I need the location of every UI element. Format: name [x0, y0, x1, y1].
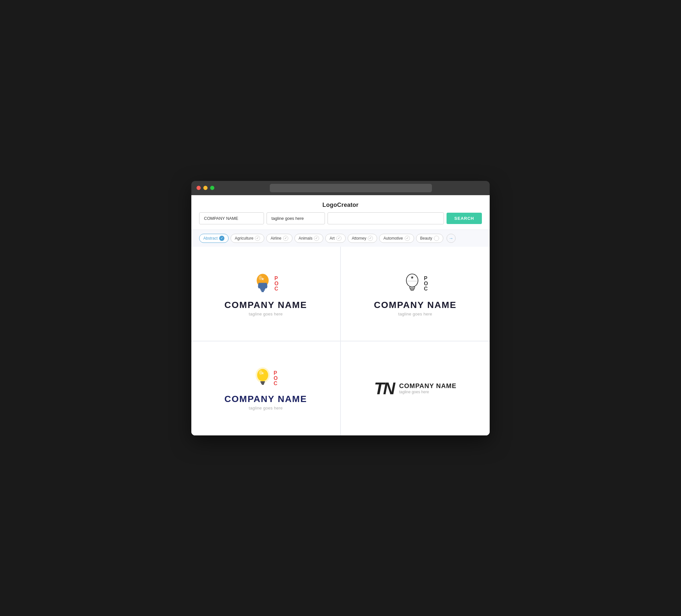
tn-text-block: COMPANY NAME tagline goes here — [399, 382, 457, 394]
svg-rect-16 — [261, 383, 264, 384]
logo-symbol-3: P O C — [254, 366, 278, 391]
tagline-2: tagline goes here — [398, 312, 432, 316]
yellow-bulb-icon — [254, 366, 272, 391]
check-icon-art: ✓ — [336, 236, 342, 241]
app-title-text: LogoCreator — [322, 202, 358, 208]
poc-letters-3: P O C — [274, 370, 278, 386]
filter-chip-agriculture[interactable]: Agriculture ✓ — [231, 234, 264, 243]
logo-card-inner-4: TN COMPANY NAME tagline goes here — [374, 380, 456, 397]
logo-card-4[interactable]: TN COMPANY NAME tagline goes here — [341, 341, 490, 435]
company-name-1: COMPANY NAME — [224, 300, 307, 310]
close-button[interactable] — [197, 186, 201, 190]
poc-o-2: O — [424, 281, 428, 286]
search-button[interactable]: SEARCH — [447, 213, 482, 224]
address-bar[interactable] — [270, 184, 432, 192]
poc-o-1: O — [274, 281, 278, 286]
check-icon-agriculture: ✓ — [255, 236, 260, 241]
tagline-4: tagline goes here — [399, 390, 457, 394]
check-icon-animals: ✓ — [314, 236, 319, 241]
keyword-input[interactable] — [328, 212, 444, 224]
poc-p-1: P — [274, 276, 278, 281]
filter-chip-beauty[interactable]: Beauty — [416, 234, 443, 243]
logo-symbol-1: P O C — [253, 271, 278, 297]
filter-chip-airline[interactable]: Airline ✓ — [266, 234, 292, 243]
poc-c-2: C — [424, 286, 428, 291]
poc-letters-1: P O C — [274, 276, 278, 291]
maximize-button[interactable] — [210, 186, 215, 190]
logo-card-1[interactable]: P O C COMPANY NAME tagline goes here — [191, 247, 340, 341]
svg-rect-15 — [260, 381, 265, 383]
filter-bar: Abstract ✓ Agriculture ✓ Airline ✓ Anima… — [191, 230, 490, 247]
logo-symbol-2: P O C — [402, 271, 428, 297]
tn-logo: TN COMPANY NAME tagline goes here — [374, 380, 456, 397]
browser-titlebar — [191, 181, 490, 195]
svg-rect-3 — [260, 288, 265, 289]
filter-label-automotive: Automotive — [383, 236, 403, 240]
filter-label-agriculture: Agriculture — [235, 236, 253, 240]
colored-bulb-icon — [253, 271, 272, 297]
filter-chip-attorney[interactable]: Attorney ✓ — [348, 234, 377, 243]
poc-letters-2: P O C — [424, 276, 428, 291]
poc-o-3: O — [274, 376, 278, 381]
svg-point-14 — [259, 370, 262, 375]
svg-rect-9 — [411, 289, 413, 290]
logo-card-inner-2: P O C COMPANY NAME tagline goes here — [374, 271, 457, 316]
logo-card-3[interactable]: P O C COMPANY NAME tagline goes here — [191, 341, 340, 435]
svg-rect-4 — [261, 289, 264, 291]
filter-chip-art[interactable]: Art ✓ — [325, 234, 345, 243]
minimize-button[interactable] — [203, 186, 207, 190]
logo-card-inner-1: P O C COMPANY NAME tagline goes here — [224, 271, 307, 316]
poc-p-2: P — [424, 276, 428, 281]
tagline-input[interactable] — [267, 212, 325, 224]
logo-card-inner-3: P O C COMPANY NAME tagline goes here — [224, 366, 307, 410]
filter-label-beauty: Beauty — [420, 236, 432, 240]
company-name-input[interactable] — [199, 212, 264, 224]
company-name-4: COMPANY NAME — [399, 382, 457, 390]
svg-marker-10 — [410, 276, 414, 279]
app-title: LogoCreator — [191, 195, 490, 212]
svg-point-1 — [259, 276, 262, 280]
filter-label-abstract: Abstract — [203, 236, 218, 240]
browser-window: LogoCreator SEARCH Abstract ✓ Agricultur… — [191, 181, 490, 435]
check-icon-attorney: ✓ — [368, 236, 373, 241]
svg-rect-5 — [261, 291, 264, 292]
svg-point-13 — [257, 369, 268, 381]
logo-card-2[interactable]: P O C COMPANY NAME tagline goes here — [341, 247, 490, 341]
tagline-3: tagline goes here — [249, 406, 283, 410]
filter-label-art: Art — [329, 236, 334, 240]
poc-c-1: C — [274, 286, 278, 291]
search-bar: SEARCH — [191, 212, 490, 230]
filter-label-animals: Animals — [299, 236, 312, 240]
svg-rect-17 — [262, 384, 264, 385]
poc-c-3: C — [274, 381, 278, 386]
company-name-3: COMPANY NAME — [224, 394, 307, 404]
outline-bulb-icon — [402, 271, 422, 297]
filter-chip-abstract[interactable]: Abstract ✓ — [199, 234, 229, 243]
logo-grid: P O C COMPANY NAME tagline goes here — [191, 247, 490, 435]
app-content: LogoCreator SEARCH Abstract ✓ Agricultur… — [191, 195, 490, 435]
filter-chip-animals[interactable]: Animals ✓ — [295, 234, 324, 243]
filter-label-attorney: Attorney — [352, 236, 367, 240]
company-name-2: COMPANY NAME — [374, 300, 457, 310]
check-icon-abstract: ✓ — [219, 236, 224, 241]
check-icon-airline: ✓ — [283, 236, 288, 241]
filter-label-airline: Airline — [271, 236, 281, 240]
tagline-1: tagline goes here — [249, 312, 283, 316]
poc-p-3: P — [274, 370, 278, 376]
filter-chip-automotive[interactable]: Automotive ✓ — [379, 234, 414, 243]
check-icon-automotive: ✓ — [405, 236, 410, 241]
check-icon-beauty — [434, 236, 439, 241]
tn-monogram: TN — [374, 380, 394, 397]
filter-next-button[interactable]: → — [447, 234, 456, 243]
